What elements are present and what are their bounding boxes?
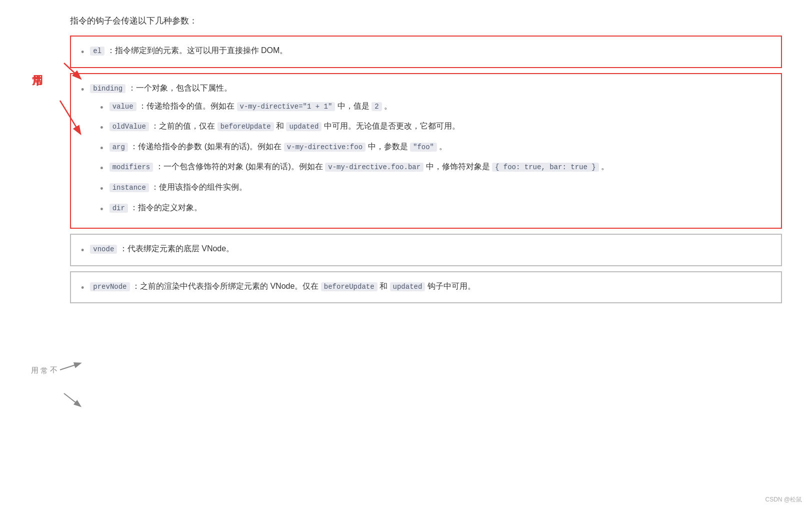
list-item-dir: • dir ：指令的定义对象。	[100, 201, 771, 217]
code-2: 2	[372, 102, 382, 111]
code-updated: updated	[286, 122, 322, 131]
box-vnode: • vnode ：代表绑定元素的底层 VNode。	[70, 234, 782, 266]
code-vnode: vnode	[90, 245, 117, 254]
item-content-modifiers: modifiers ：一个包含修饰符的对象 (如果有的话)。例如在 v-my-d…	[110, 160, 771, 174]
content-area: 常用 不常用 • el ：指令绑定到的元素。这可以用于直接操作 DOM。 • b…	[30, 36, 782, 303]
dir-desc: ：指令的定义对象。	[130, 203, 202, 212]
list-item-arg: • arg ：传递给指令的参数 (如果有的话)。例如在 v-my-directi…	[100, 140, 771, 156]
list-item-value: • value ：传递给指令的值。例如在 v-my-directive="1 +…	[100, 99, 771, 116]
bullet: •	[100, 181, 103, 197]
item-content-dir: dir ：指令的定义对象。	[110, 201, 771, 215]
list-item-oldvalue: • oldValue ：之前的值，仅在 beforeUpdate 和 updat…	[100, 119, 771, 136]
bullet: •	[81, 243, 84, 258]
code-arg: arg	[110, 143, 128, 152]
code-foo-str: "foo"	[410, 143, 437, 152]
code-beforeupdate: beforeUpdate	[218, 122, 274, 131]
intro-text: 指令的钩子会传递以下几种参数：	[30, 15, 782, 27]
bullet: •	[81, 45, 84, 60]
arg-desc3: 。	[439, 142, 447, 151]
oldvalue-desc: ：之前的值，仅在	[151, 122, 217, 130]
prevnode-desc2: 和	[380, 282, 390, 290]
prevnode-desc3: 钩子中可用。	[428, 282, 476, 290]
svg-line-3	[64, 393, 80, 406]
code-updated2: updated	[390, 282, 426, 291]
arg-desc2: 中，参数是	[368, 142, 410, 151]
footer: CSDN @松鼠	[765, 495, 802, 504]
value-desc2: 中，值是	[338, 102, 372, 110]
box-prevnode: • prevNode ：之前的渲染中代表指令所绑定元素的 VNode。仅在 be…	[70, 271, 782, 304]
nested-list: • value ：传递给指令的值。例如在 v-my-directive="1 +…	[90, 99, 771, 217]
svg-line-2	[60, 363, 80, 370]
bullet: •	[100, 120, 103, 136]
vnode-desc: ：代表绑定元素的底层 VNode。	[120, 244, 234, 253]
item-content-prevnode: prevNode ：之前的渲染中代表指令所绑定元素的 VNode。仅在 befo…	[90, 279, 771, 293]
modifiers-desc3: 。	[601, 162, 609, 171]
annotation-uncommon: 不常用	[30, 361, 58, 361]
binding-desc: ：一个对象，包含以下属性。	[128, 84, 232, 92]
code-foo-bar-true: { foo: true, bar: true }	[492, 163, 599, 172]
bullet: •	[100, 202, 103, 217]
item-content-value: value ：传递给指令的值。例如在 v-my-directive="1 + 1…	[110, 99, 771, 113]
code-binding: binding	[90, 84, 126, 93]
value-desc: ：传递给指令的值。例如在	[138, 102, 236, 110]
modifiers-desc: ：一个包含修饰符的对象 (如果有的话)。例如在	[156, 162, 326, 171]
arg-desc: ：传递给指令的参数 (如果有的话)。例如在	[130, 142, 284, 151]
code-v-my-directive: v-my-directive="1 + 1"	[237, 102, 336, 111]
code-value: value	[110, 102, 136, 111]
list-item-instance: • instance ：使用该指令的组件实例。	[100, 180, 771, 197]
list-item-prevnode: • prevNode ：之前的渲染中代表指令所绑定元素的 VNode。仅在 be…	[81, 279, 771, 296]
oldvalue-desc3: 中可用。无论值是否更改，它都可用。	[324, 122, 460, 130]
bullet: •	[100, 161, 103, 176]
box-el: • el ：指令绑定到的元素。这可以用于直接操作 DOM。	[70, 36, 782, 68]
bullet: •	[100, 100, 103, 116]
code-instance: instance	[110, 183, 149, 192]
oldvalue-desc2: 和	[276, 122, 286, 130]
code-modifiers: modifiers	[110, 163, 154, 172]
bullet: •	[100, 141, 103, 156]
el-desc: ：指令绑定到的元素。这可以用于直接操作 DOM。	[107, 46, 288, 55]
code-el: el	[90, 47, 104, 56]
instance-desc: ：使用该指令的组件实例。	[151, 183, 247, 191]
item-content-vnode: vnode ：代表绑定元素的底层 VNode。	[90, 242, 771, 256]
item-content: el ：指令绑定到的元素。这可以用于直接操作 DOM。	[90, 44, 771, 58]
list-item-binding: • binding ：一个对象，包含以下属性。 • value ：传递给指令的值…	[81, 81, 771, 221]
code-beforeupdate2: beforeUpdate	[321, 282, 378, 291]
list-item-modifiers: • modifiers ：一个包含修饰符的对象 (如果有的话)。例如在 v-my…	[100, 160, 771, 176]
code-v-my-directive-foobar: v-my-directive.foo.bar	[325, 163, 424, 172]
annotation-common: 常用	[30, 66, 45, 68]
value-desc3: 。	[384, 102, 392, 110]
code-v-my-directive-foo: v-my-directive:foo	[284, 143, 366, 152]
bullet: •	[81, 280, 84, 296]
code-oldvalue: oldValue	[110, 122, 149, 131]
code-dir: dir	[110, 204, 128, 213]
item-content-oldvalue: oldValue ：之前的值，仅在 beforeUpdate 和 updated…	[110, 119, 771, 133]
list-item-vnode: • vnode ：代表绑定元素的底层 VNode。	[81, 242, 771, 258]
bullet: •	[81, 82, 84, 98]
prevnode-desc: ：之前的渲染中代表指令所绑定元素的 VNode。仅在	[132, 282, 321, 290]
code-prevnode: prevNode	[90, 282, 130, 291]
list-item: • el ：指令绑定到的元素。这可以用于直接操作 DOM。	[81, 44, 771, 60]
modifiers-desc2: 中，修饰符对象是	[426, 162, 492, 171]
item-content-binding: binding ：一个对象，包含以下属性。 • value ：传递给指令的值。例…	[90, 81, 771, 221]
item-content-instance: instance ：使用该指令的组件实例。	[110, 180, 771, 194]
box-binding: • binding ：一个对象，包含以下属性。 • value ：传递给指令的值…	[70, 73, 782, 229]
item-content-arg: arg ：传递给指令的参数 (如果有的话)。例如在 v-my-directive…	[110, 140, 771, 154]
